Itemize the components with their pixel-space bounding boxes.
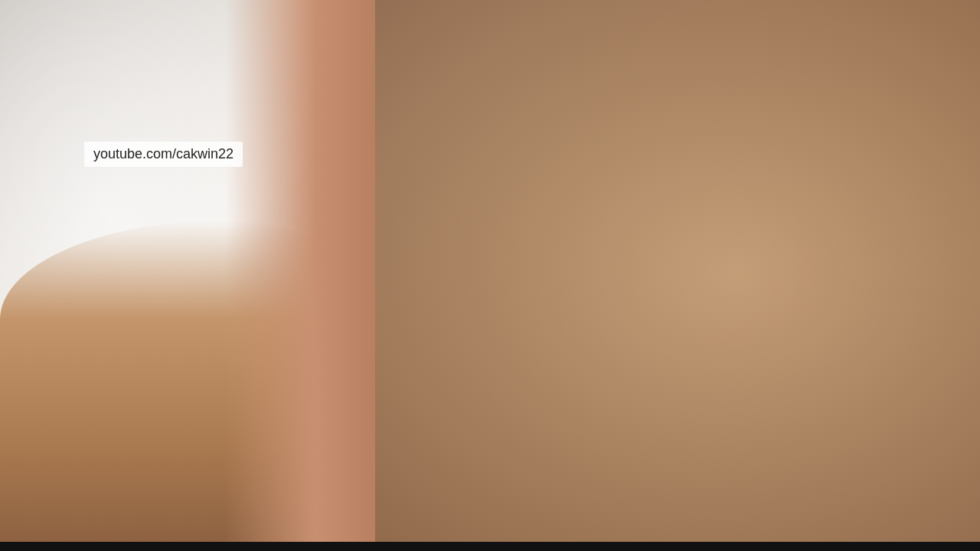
right-panel bbox=[375, 0, 980, 551]
left-panel: youtube.com/cakwin22 bbox=[0, 0, 375, 551]
bottom-bar bbox=[0, 542, 980, 551]
right-hand-overlay bbox=[375, 0, 980, 551]
youtube-label: youtube.com/cakwin22 bbox=[84, 142, 243, 167]
hand-right-decoration bbox=[225, 0, 375, 551]
